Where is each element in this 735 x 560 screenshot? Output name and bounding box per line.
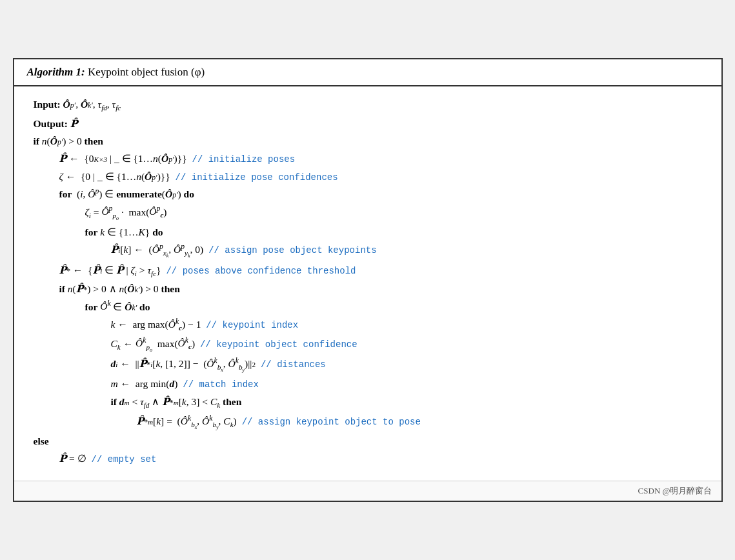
- line-zeta-init: ζ ← {0 | _ ∈ {1…n(Ôp′)}} // initialize p…: [34, 168, 702, 186]
- line-P-star: P̂* ← {P̂i ∈ P̂ | ζi > τfc} // poses abo…: [34, 261, 702, 281]
- line-P-empty: P̂ = ∅ // empty set: [34, 450, 702, 468]
- algorithm-box: Algorithm 1: Keypoint object fusion (φ) …: [13, 58, 723, 501]
- line-if-n-op: if n(Ôp′) > 0 then: [34, 132, 702, 150]
- line-else: else: [34, 432, 702, 450]
- algorithm-body: Input: Ôp′, Ôk′, τfd, τfc Output: P̂ if …: [14, 86, 721, 480]
- line-di: di ← ||P̂*i[k, [1, 2]] − (Ôkbx, Ôkby)||2…: [34, 355, 702, 375]
- line-if-P-star: if n(P̂*) > 0 ∧ n(Ôk′) > 0 then: [34, 280, 702, 297]
- line-P-hat-k: P̂i[k] ← (Ôpxk, Ôpyk, 0) // assign pose …: [34, 241, 702, 261]
- line-P-init: P̂ ← {0K×3 | _ ∈ {1…n(Ôp′)}} // initiali…: [34, 150, 702, 168]
- algo-subtitle: Keypoint object fusion (φ): [88, 66, 205, 78]
- line-Ck: Ck ← Ôkpo max(Ôkc) // keypoint object co…: [34, 334, 702, 355]
- line-output: Output: P̂: [34, 115, 702, 132]
- line-Pm-assign: P̂*m[k] = (Ôkbx, Ôkby, Ck) // assign key…: [34, 412, 702, 433]
- line-for-ok: for Ôk ∈ Ôk′ do: [34, 297, 702, 315]
- algorithm-header: Algorithm 1: Keypoint object fusion (φ): [14, 59, 721, 86]
- line-if-dm: if dm < τfd ∧ P̂*m[k, 3] < Ck then: [34, 393, 702, 412]
- line-k-argmax: k ← arg max(Ôkc) − 1 // keypoint index: [34, 315, 702, 335]
- footer-text: CSDN @明月醉窗台: [638, 486, 712, 495]
- line-input: Input: Ôp′, Ôk′, τfd, τfc: [34, 95, 702, 115]
- line-for-k: for k ∈ {1…K} do: [34, 223, 702, 241]
- footer: CSDN @明月醉窗台: [14, 481, 721, 501]
- algo-title: Algorithm 1:: [27, 66, 85, 78]
- line-zeta-i: ζi = Ôppo · max(Ôpc): [34, 203, 702, 223]
- line-m-argmin: m ← arg min(d) // match index: [34, 375, 702, 393]
- line-for-i: for (i, Ôp) ∈ enumerate(Ôp′) do: [34, 185, 702, 203]
